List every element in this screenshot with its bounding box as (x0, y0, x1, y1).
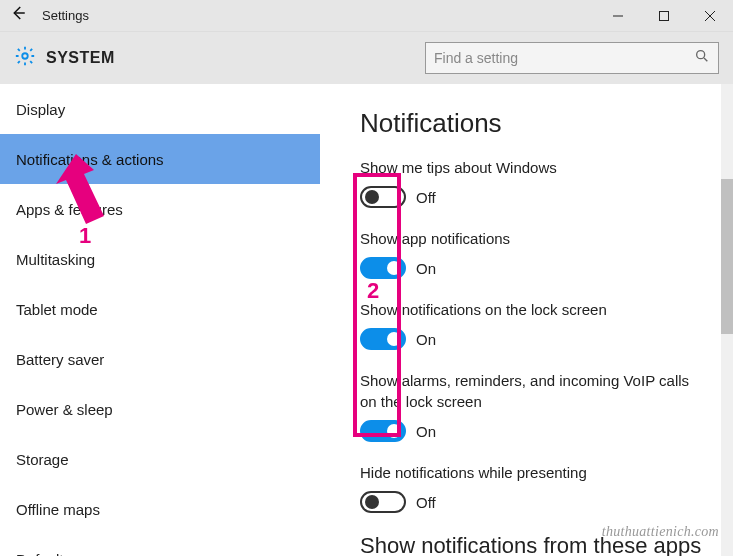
setting-label: Show notifications on the lock screen (360, 299, 703, 320)
toggle-alarms-lock-screen[interactable] (360, 420, 406, 442)
toggle-state: On (416, 331, 436, 348)
body: Display Notifications & actions Apps & f… (0, 84, 733, 556)
setting-app-notifications: Show app notifications On (360, 228, 703, 279)
sidebar-item-battery-saver[interactable]: Battery saver (0, 334, 320, 384)
sidebar-item-apps-features[interactable]: Apps & features (0, 184, 320, 234)
svg-rect-0 (660, 11, 669, 20)
settings-header: SYSTEM Find a setting (0, 32, 733, 84)
sidebar-item-label: Offline maps (16, 501, 100, 518)
toggle-lock-screen-notifications[interactable] (360, 328, 406, 350)
toggle-state: Off (416, 189, 436, 206)
toggle-app-notifications[interactable] (360, 257, 406, 279)
maximize-button[interactable] (641, 0, 687, 32)
scrollbar-track[interactable] (721, 84, 733, 556)
sidebar: Display Notifications & actions Apps & f… (0, 84, 320, 556)
setting-label: Show me tips about Windows (360, 157, 703, 178)
toggle-state: On (416, 423, 436, 440)
svg-point-1 (22, 53, 28, 59)
search-placeholder: Find a setting (434, 50, 694, 66)
content-pane: Notifications Show me tips about Windows… (320, 84, 733, 556)
back-button[interactable] (0, 4, 36, 27)
page-title: Notifications (360, 108, 703, 139)
setting-label: Show app notifications (360, 228, 703, 249)
sidebar-item-label: Tablet mode (16, 301, 98, 318)
setting-tips: Show me tips about Windows Off (360, 157, 703, 208)
sidebar-item-label: Default apps (16, 551, 100, 557)
sidebar-item-label: Power & sleep (16, 401, 113, 418)
category-title: SYSTEM (46, 49, 115, 67)
close-button[interactable] (687, 0, 733, 32)
sidebar-item-label: Battery saver (16, 351, 104, 368)
svg-point-2 (697, 51, 705, 59)
sidebar-item-multitasking[interactable]: Multitasking (0, 234, 320, 284)
sidebar-item-label: Apps & features (16, 201, 123, 218)
scrollbar-thumb[interactable] (721, 179, 733, 334)
sidebar-item-display[interactable]: Display (0, 84, 320, 134)
setting-lock-screen-notifications: Show notifications on the lock screen On (360, 299, 703, 350)
sidebar-item-label: Notifications & actions (16, 151, 164, 168)
watermark: thuthuattienich.com (602, 524, 719, 540)
sidebar-item-label: Storage (16, 451, 69, 468)
setting-hide-while-presenting: Hide notifications while presenting Off (360, 462, 703, 513)
sidebar-item-label: Multitasking (16, 251, 95, 268)
toggle-tips[interactable] (360, 186, 406, 208)
sidebar-item-storage[interactable]: Storage (0, 434, 320, 484)
toggle-hide-while-presenting[interactable] (360, 491, 406, 513)
minimize-button[interactable] (595, 0, 641, 32)
search-icon (694, 48, 710, 68)
titlebar: Settings (0, 0, 733, 32)
toggle-state: On (416, 260, 436, 277)
sidebar-item-tablet-mode[interactable]: Tablet mode (0, 284, 320, 334)
window-title: Settings (42, 8, 89, 23)
setting-label: Show alarms, reminders, and incoming VoI… (360, 370, 703, 412)
gear-icon (14, 45, 36, 71)
sidebar-item-label: Display (16, 101, 65, 118)
sidebar-item-notifications-actions[interactable]: Notifications & actions (0, 134, 320, 184)
sidebar-item-default-apps[interactable]: Default apps (0, 534, 320, 556)
toggle-state: Off (416, 494, 436, 511)
search-input[interactable]: Find a setting (425, 42, 719, 74)
setting-alarms-lock-screen: Show alarms, reminders, and incoming VoI… (360, 370, 703, 442)
sidebar-item-offline-maps[interactable]: Offline maps (0, 484, 320, 534)
sidebar-item-power-sleep[interactable]: Power & sleep (0, 384, 320, 434)
setting-label: Hide notifications while presenting (360, 462, 703, 483)
